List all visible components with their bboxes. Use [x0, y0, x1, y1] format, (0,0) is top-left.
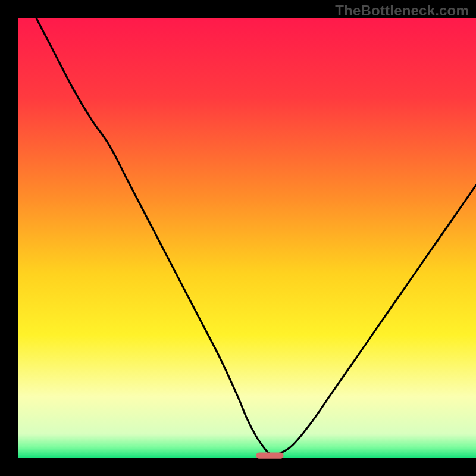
plot-background [18, 18, 476, 458]
chart-frame: TheBottleneck.com [0, 0, 476, 476]
bottleneck-chart [0, 0, 476, 476]
watermark-label: TheBottleneck.com [335, 2, 469, 19]
optimal-marker [256, 452, 283, 458]
